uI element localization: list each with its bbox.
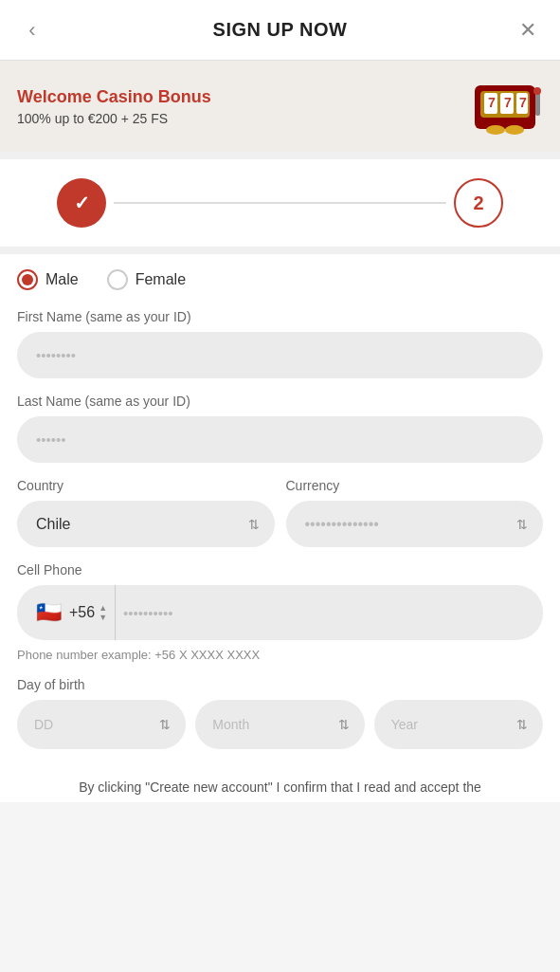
dob-year-wrapper: Year 200019991998 199719961995 ⇅ (374, 700, 543, 749)
cell-phone-label: Cell Phone (17, 562, 543, 578)
svg-text:7: 7 (488, 95, 496, 110)
country-label: Country (17, 478, 275, 493)
step-1-label: ✓ (74, 192, 90, 214)
step-connector (114, 202, 446, 204)
dob-label: Day of birth (17, 677, 543, 692)
phone-number-input[interactable] (123, 590, 532, 636)
first-name-input[interactable] (17, 332, 543, 378)
dob-day-wrapper: DD 123 456 789 10 ⇅ (17, 700, 186, 749)
currency-label: Currency (286, 478, 544, 493)
section-divider-2 (0, 247, 560, 254)
footer-text: By clicking "Create new account" I confi… (0, 764, 560, 802)
svg-point-11 (533, 87, 541, 95)
step-1-circle: ✓ (57, 178, 106, 228)
dob-year-select[interactable]: Year 200019991998 199719961995 (374, 700, 543, 749)
phone-code: +56 (69, 604, 95, 621)
last-name-label: Last Name (same as your ID) (17, 394, 543, 409)
form-section: Male Female First Name (same as your ID)… (0, 254, 560, 764)
first-name-label: First Name (same as your ID) (17, 309, 543, 324)
gender-female-label: Female (135, 271, 186, 288)
back-button[interactable]: ‹ (17, 18, 47, 43)
gender-male-option[interactable]: Male (17, 269, 79, 290)
gender-female-radio[interactable] (107, 269, 128, 290)
currency-select[interactable]: •••••••••••••• CLP USD EUR (286, 501, 544, 547)
currency-col: Currency •••••••••••••• CLP USD EUR ⇅ (286, 478, 544, 547)
dob-month-select[interactable]: Month JanuaryFebruaryMarch AprilMayJune … (195, 700, 364, 749)
dob-month-wrapper: Month JanuaryFebruaryMarch AprilMayJune … (195, 700, 364, 749)
currency-select-wrapper: •••••••••••••• CLP USD EUR ⇅ (286, 501, 544, 547)
step-2-circle: 2 (454, 178, 503, 228)
step-line-container: ✓ 2 (57, 178, 503, 228)
phone-flag: 🇨🇱 (36, 600, 62, 625)
svg-point-8 (486, 125, 505, 135)
phone-code-wrapper[interactable]: 🇨🇱 +56 ▲ ▼ (28, 585, 116, 640)
phone-row: 🇨🇱 +56 ▲ ▼ (17, 585, 543, 640)
last-name-input[interactable] (17, 416, 543, 463)
gender-male-radio-inner (22, 274, 33, 285)
section-divider (0, 152, 560, 159)
page-title: SIGN UP NOW (47, 19, 513, 41)
promo-banner: Welcome Casino Bonus 100% up to €200 + 2… (0, 61, 560, 152)
svg-text:7: 7 (504, 95, 512, 110)
gender-row: Male Female (17, 269, 543, 290)
svg-text:7: 7 (519, 95, 527, 110)
dob-row: DD 123 456 789 10 ⇅ Month JanuaryFebruar… (17, 700, 543, 749)
close-button[interactable]: ✕ (513, 18, 543, 43)
banner-image: 7 7 7 (467, 76, 543, 137)
gender-female-option[interactable]: Female (107, 269, 186, 290)
progress-section: ✓ 2 (0, 159, 560, 247)
banner-title: Welcome Casino Bonus (17, 87, 211, 107)
header: ‹ SIGN UP NOW ✕ (0, 0, 560, 61)
country-col: Country Chile Argentina Brazil Colombia … (17, 478, 275, 547)
country-select[interactable]: Chile Argentina Brazil Colombia Mexico P… (17, 501, 275, 547)
banner-subtitle: 100% up to €200 + 25 FS (17, 111, 211, 126)
gender-male-label: Male (45, 271, 79, 288)
svg-rect-10 (535, 93, 540, 116)
phone-example: Phone number example: +56 X XXXX XXXX (17, 648, 543, 662)
svg-point-9 (505, 125, 524, 135)
phone-code-arrows: ▲ ▼ (99, 603, 107, 622)
gender-male-radio[interactable] (17, 269, 38, 290)
dob-day-select[interactable]: DD 123 456 789 10 (17, 700, 186, 749)
banner-text: Welcome Casino Bonus 100% up to €200 + 2… (17, 87, 211, 126)
country-select-wrapper: Chile Argentina Brazil Colombia Mexico P… (17, 501, 275, 547)
step-2-label: 2 (473, 193, 483, 214)
country-currency-row: Country Chile Argentina Brazil Colombia … (17, 478, 543, 547)
